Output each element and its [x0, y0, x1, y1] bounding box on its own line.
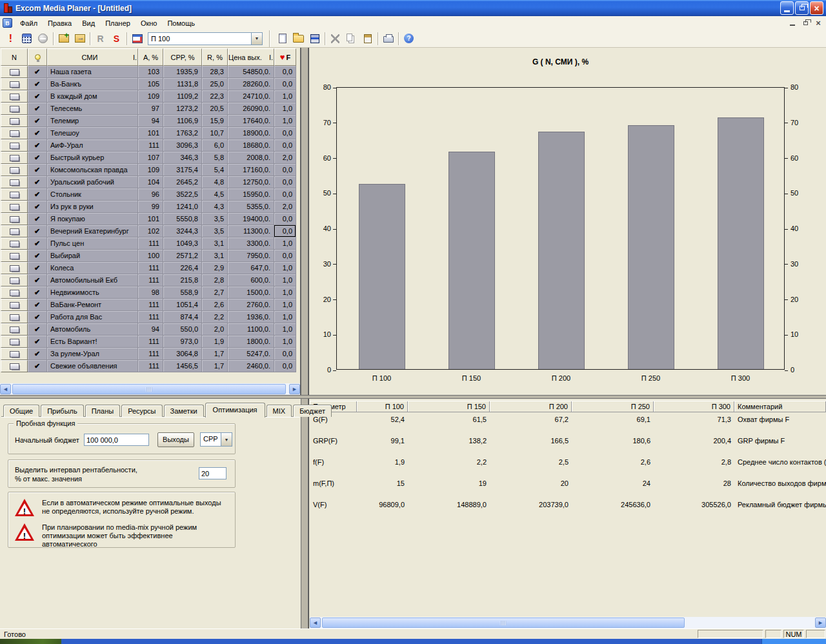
media-r-cell[interactable]: 1,7: [202, 348, 228, 360]
media-row[interactable]: ✔Уральский рабочий1042645,24,812750,0.0,…: [1, 176, 296, 188]
media-f-cell[interactable]: 1,0: [274, 274, 296, 287]
media-name-cell[interactable]: В каждый дом: [47, 90, 138, 103]
vertical-splitter[interactable]: [301, 48, 308, 629]
media-name-cell[interactable]: Автомобиль: [47, 323, 138, 336]
media-f-cell[interactable]: 1,0: [274, 323, 296, 336]
media-cpp-cell[interactable]: 226,4: [163, 262, 202, 274]
scroll-left-arrow-icon[interactable]: ◄: [0, 384, 11, 394]
restore-button[interactable]: [795, 1, 809, 15]
media-f-cell[interactable]: 1,0: [274, 336, 296, 348]
media-f-cell[interactable]: 0,0: [274, 188, 296, 201]
media-a-cell[interactable]: 111: [138, 237, 163, 250]
open-file-button[interactable]: [291, 32, 306, 46]
media-row[interactable]: ✔Недвижимость98558,92,71500,0.1,0: [1, 287, 296, 299]
media-row[interactable]: ✔Телесемь971273,220,526090,0.1,0: [1, 103, 296, 115]
media-r-cell[interactable]: 25,0: [202, 78, 228, 90]
media-name-cell[interactable]: Быстрый курьер: [47, 152, 138, 164]
media-price-cell[interactable]: 5247,0.: [228, 348, 274, 360]
media-price-cell[interactable]: 15950,0.: [228, 188, 274, 201]
media-row[interactable]: ✔Автомобильный Екб111215,82,8600,0.1,0: [1, 274, 296, 287]
chart-bar[interactable]: [628, 125, 674, 369]
scrollbar-thumb[interactable]: [322, 618, 685, 628]
media-r-cell[interactable]: 3,1: [202, 237, 228, 250]
tab-5[interactable]: Заметки: [164, 405, 204, 417]
media-price-cell[interactable]: 1800,0.: [228, 336, 274, 348]
header-a[interactable]: А, %: [138, 48, 163, 66]
media-row-button[interactable]: [1, 176, 28, 188]
media-row-button[interactable]: [1, 323, 28, 336]
media-r-cell[interactable]: 3,1: [202, 250, 228, 262]
media-row[interactable]: ✔За рулем-Урал1113064,81,75247,0.0,0: [1, 348, 296, 360]
media-cpp-cell[interactable]: 1131,8: [163, 78, 202, 90]
help-button[interactable]: ?: [401, 32, 416, 46]
media-row-button[interactable]: [1, 78, 28, 90]
print-button[interactable]: [381, 32, 396, 46]
media-name-cell[interactable]: За рулем-Урал: [47, 348, 138, 360]
media-price-cell[interactable]: 17160,0.: [228, 164, 274, 176]
media-a-cell[interactable]: 102: [138, 225, 163, 237]
media-row-button[interactable]: [1, 262, 28, 274]
media-cpp-cell[interactable]: 2571,2: [163, 250, 202, 262]
media-cpp-cell[interactable]: 558,9: [163, 287, 202, 299]
media-price-cell[interactable]: 600,0.: [228, 274, 274, 287]
media-row-button[interactable]: [1, 127, 28, 139]
media-cpp-cell[interactable]: 1106,9: [163, 115, 202, 127]
media-name-cell[interactable]: Наша газета: [47, 66, 138, 78]
media-enabled-cell[interactable]: ✔: [28, 336, 47, 348]
media-cpp-cell[interactable]: 1109,2: [163, 90, 202, 103]
media-a-cell[interactable]: 111: [138, 336, 163, 348]
tab-3[interactable]: Планы: [85, 405, 120, 417]
mdi-restore-button[interactable]: [800, 18, 811, 28]
media-f-cell[interactable]: 0,0: [274, 176, 296, 188]
menu-item-4[interactable]: Планер: [100, 17, 136, 29]
media-enabled-cell[interactable]: ✔: [28, 139, 47, 152]
media-row-button[interactable]: [1, 299, 28, 311]
chart-bar[interactable]: [448, 152, 495, 369]
params-row[interactable]: GRP(F)99,1138,2166,5180,6200,4GRP фирмы …: [310, 436, 826, 457]
media-row[interactable]: ✔Из рук в руки991241,04,35355,0.2,0: [1, 201, 296, 213]
media-r-cell[interactable]: 2,7: [202, 287, 228, 299]
media-price-cell[interactable]: 7950,0.: [228, 250, 274, 262]
params-header-cell[interactable]: П 100: [357, 401, 408, 412]
media-enabled-cell[interactable]: ✔: [28, 176, 47, 188]
media-r-cell[interactable]: 2,6: [202, 299, 228, 311]
media-r-cell[interactable]: 3,5: [202, 225, 228, 237]
media-enabled-cell[interactable]: ✔: [28, 348, 47, 360]
chart-bar[interactable]: [538, 132, 585, 369]
media-a-cell[interactable]: 107: [138, 152, 163, 164]
media-a-cell[interactable]: 109: [138, 90, 163, 103]
media-price-cell[interactable]: 28260,0.: [228, 78, 274, 90]
media-name-cell[interactable]: Телешоу: [47, 127, 138, 139]
media-price-cell[interactable]: 26090,0.: [228, 103, 274, 115]
media-cpp-cell[interactable]: 1935,9: [163, 66, 202, 78]
media-name-cell[interactable]: Телемир: [47, 115, 138, 127]
media-f-cell[interactable]: 1,0: [274, 103, 296, 115]
media-r-cell[interactable]: 2,9: [202, 262, 228, 274]
media-enabled-cell[interactable]: ✔: [28, 164, 47, 176]
media-cpp-cell[interactable]: 5550,8: [163, 213, 202, 225]
media-row-button[interactable]: [1, 287, 28, 299]
media-f-cell[interactable]: 0,0: [274, 225, 296, 237]
header-price[interactable]: Цена вых.I.: [228, 48, 274, 66]
menu-item-2[interactable]: Правка: [43, 17, 77, 29]
media-f-cell[interactable]: 2,0: [274, 201, 296, 213]
header-r[interactable]: R, %: [202, 48, 228, 66]
header-n[interactable]: N: [1, 48, 28, 66]
media-r-cell[interactable]: 4,3: [202, 201, 228, 213]
media-r-cell[interactable]: 22,3: [202, 90, 228, 103]
media-cpp-cell[interactable]: 3064,8: [163, 348, 202, 360]
chart-bar[interactable]: [718, 117, 764, 369]
media-name-cell[interactable]: Я покупаю: [47, 213, 138, 225]
new-file-button[interactable]: [275, 32, 290, 46]
media-row[interactable]: ✔Стольник963522,54,515950,0.0,0: [1, 188, 296, 201]
scroll-left-arrow-icon[interactable]: ◄: [310, 618, 321, 628]
media-name-cell[interactable]: Есть Вариант!: [47, 336, 138, 348]
media-f-cell[interactable]: 1,0: [274, 262, 296, 274]
media-f-cell[interactable]: 0,0: [274, 213, 296, 225]
media-price-cell[interactable]: 647,0.: [228, 262, 274, 274]
media-enabled-cell[interactable]: ✔: [28, 274, 47, 287]
media-cpp-cell[interactable]: 550,0: [163, 323, 202, 336]
media-enabled-cell[interactable]: ✔: [28, 78, 47, 90]
media-name-cell[interactable]: Недвижимость: [47, 287, 138, 299]
media-a-cell[interactable]: 111: [138, 360, 163, 372]
